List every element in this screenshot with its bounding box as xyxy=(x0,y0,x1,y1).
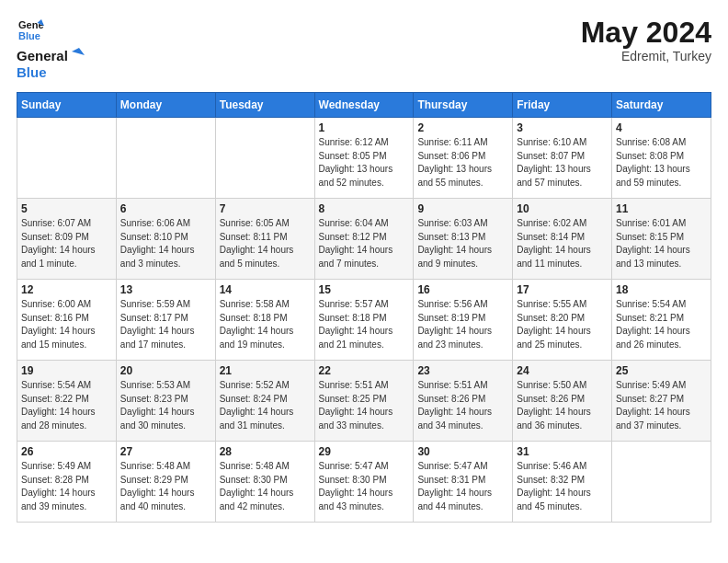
day-info: Sunrise: 5:50 AMSunset: 8:26 PMDaylight:… xyxy=(517,379,608,432)
day-number: 20 xyxy=(120,364,211,377)
day-info: Sunrise: 5:48 AMSunset: 8:30 PMDaylight:… xyxy=(220,460,311,513)
column-header-wednesday: Wednesday xyxy=(314,93,414,118)
day-cell: 11Sunrise: 6:01 AMSunset: 8:15 PMDayligh… xyxy=(612,199,711,280)
day-info: Sunrise: 6:05 AMSunset: 8:11 PMDaylight:… xyxy=(220,217,311,270)
day-cell: 23Sunrise: 5:51 AMSunset: 8:26 PMDayligh… xyxy=(414,361,513,442)
day-number: 25 xyxy=(616,364,707,377)
column-header-friday: Friday xyxy=(513,93,612,118)
day-number: 19 xyxy=(21,364,112,377)
day-info: Sunrise: 5:56 AMSunset: 8:19 PMDaylight:… xyxy=(417,298,508,351)
day-cell xyxy=(116,118,215,199)
logo-icon: General Blue xyxy=(18,17,44,42)
day-cell: 27Sunrise: 5:48 AMSunset: 8:29 PMDayligh… xyxy=(116,442,215,523)
day-number: 18 xyxy=(616,283,707,296)
day-number: 13 xyxy=(120,283,211,296)
day-info: Sunrise: 5:54 AMSunset: 8:21 PMDaylight:… xyxy=(616,298,707,351)
day-cell: 7Sunrise: 6:05 AMSunset: 8:11 PMDaylight… xyxy=(215,199,314,280)
day-info: Sunrise: 6:06 AMSunset: 8:10 PMDaylight:… xyxy=(120,217,211,270)
day-cell: 18Sunrise: 5:54 AMSunset: 8:21 PMDayligh… xyxy=(612,280,711,361)
day-number: 5 xyxy=(21,202,112,215)
day-info: Sunrise: 5:59 AMSunset: 8:17 PMDaylight:… xyxy=(120,298,211,351)
day-cell: 30Sunrise: 5:47 AMSunset: 8:31 PMDayligh… xyxy=(414,442,513,523)
day-cell: 1Sunrise: 6:12 AMSunset: 8:05 PMDaylight… xyxy=(314,118,414,199)
day-info: Sunrise: 5:52 AMSunset: 8:24 PMDaylight:… xyxy=(220,379,311,432)
day-info: Sunrise: 5:55 AMSunset: 8:20 PMDaylight:… xyxy=(517,298,608,351)
column-header-monday: Monday xyxy=(116,93,215,118)
day-info: Sunrise: 5:48 AMSunset: 8:29 PMDaylight:… xyxy=(120,460,211,513)
day-number: 30 xyxy=(417,445,508,458)
day-cell xyxy=(17,118,117,199)
day-number: 24 xyxy=(517,364,608,377)
day-number: 8 xyxy=(319,202,410,215)
day-cell: 2Sunrise: 6:11 AMSunset: 8:06 PMDaylight… xyxy=(414,118,513,199)
logo: General Blue General Blue xyxy=(17,17,90,83)
day-cell: 17Sunrise: 5:55 AMSunset: 8:20 PMDayligh… xyxy=(513,280,612,361)
day-info: Sunrise: 5:57 AMSunset: 8:18 PMDaylight:… xyxy=(319,298,410,351)
day-info: Sunrise: 5:49 AMSunset: 8:27 PMDaylight:… xyxy=(616,379,707,432)
day-number: 7 xyxy=(220,202,311,215)
day-cell: 31Sunrise: 5:46 AMSunset: 8:32 PMDayligh… xyxy=(513,442,612,523)
day-number: 26 xyxy=(21,445,112,458)
day-info: Sunrise: 6:10 AMSunset: 8:07 PMDaylight:… xyxy=(517,136,608,190)
svg-marker-4 xyxy=(72,48,85,55)
day-cell: 8Sunrise: 6:04 AMSunset: 8:12 PMDaylight… xyxy=(314,199,414,280)
day-info: Sunrise: 6:08 AMSunset: 8:08 PMDaylight:… xyxy=(616,136,707,190)
day-info: Sunrise: 5:51 AMSunset: 8:25 PMDaylight:… xyxy=(319,379,410,432)
week-row-4: 19Sunrise: 5:54 AMSunset: 8:22 PMDayligh… xyxy=(17,361,711,442)
week-row-2: 5Sunrise: 6:07 AMSunset: 8:09 PMDaylight… xyxy=(17,199,711,280)
day-cell xyxy=(215,118,314,199)
calendar-table: SundayMondayTuesdayWednesdayThursdayFrid… xyxy=(17,92,711,523)
day-cell: 26Sunrise: 5:49 AMSunset: 8:28 PMDayligh… xyxy=(17,442,117,523)
day-info: Sunrise: 5:54 AMSunset: 8:22 PMDaylight:… xyxy=(21,379,112,432)
day-info: Sunrise: 6:12 AMSunset: 8:05 PMDaylight:… xyxy=(319,136,410,190)
day-cell: 6Sunrise: 6:06 AMSunset: 8:10 PMDaylight… xyxy=(116,199,215,280)
day-cell: 22Sunrise: 5:51 AMSunset: 8:25 PMDayligh… xyxy=(314,361,414,442)
day-cell: 13Sunrise: 5:59 AMSunset: 8:17 PMDayligh… xyxy=(116,280,215,361)
day-info: Sunrise: 6:07 AMSunset: 8:09 PMDaylight:… xyxy=(21,217,112,270)
day-info: Sunrise: 6:11 AMSunset: 8:06 PMDaylight:… xyxy=(417,136,508,190)
day-number: 28 xyxy=(220,445,311,458)
column-header-sunday: Sunday xyxy=(17,93,117,118)
day-info: Sunrise: 5:51 AMSunset: 8:26 PMDaylight:… xyxy=(417,379,508,432)
day-cell: 12Sunrise: 6:00 AMSunset: 8:16 PMDayligh… xyxy=(17,280,117,361)
day-cell: 19Sunrise: 5:54 AMSunset: 8:22 PMDayligh… xyxy=(17,361,117,442)
day-info: Sunrise: 6:04 AMSunset: 8:12 PMDaylight:… xyxy=(319,217,410,270)
day-number: 21 xyxy=(220,364,311,377)
day-cell: 9Sunrise: 6:03 AMSunset: 8:13 PMDaylight… xyxy=(414,199,513,280)
day-cell xyxy=(612,442,711,523)
day-number: 15 xyxy=(319,283,410,296)
day-number: 2 xyxy=(417,121,508,134)
day-info: Sunrise: 5:47 AMSunset: 8:31 PMDaylight:… xyxy=(417,460,508,513)
location-subtitle: Edremit, Turkey xyxy=(581,49,711,63)
day-number: 10 xyxy=(517,202,608,215)
day-info: Sunrise: 6:01 AMSunset: 8:15 PMDaylight:… xyxy=(616,217,707,270)
week-row-5: 26Sunrise: 5:49 AMSunset: 8:28 PMDayligh… xyxy=(17,442,711,523)
day-cell: 20Sunrise: 5:53 AMSunset: 8:23 PMDayligh… xyxy=(116,361,215,442)
header: General Blue General Blue May 2024 Edrem… xyxy=(17,17,711,83)
week-row-1: 1Sunrise: 6:12 AMSunset: 8:05 PMDaylight… xyxy=(17,118,711,199)
day-info: Sunrise: 5:46 AMSunset: 8:32 PMDaylight:… xyxy=(517,460,608,513)
day-number: 22 xyxy=(319,364,410,377)
day-cell: 21Sunrise: 5:52 AMSunset: 8:24 PMDayligh… xyxy=(215,361,314,442)
header-row: SundayMondayTuesdayWednesdayThursdayFrid… xyxy=(17,93,711,118)
month-title: May 2024 xyxy=(581,17,711,49)
day-cell: 15Sunrise: 5:57 AMSunset: 8:18 PMDayligh… xyxy=(314,280,414,361)
svg-text:Blue: Blue xyxy=(18,30,40,41)
day-cell: 3Sunrise: 6:10 AMSunset: 8:07 PMDaylight… xyxy=(513,118,612,199)
day-number: 23 xyxy=(417,364,508,377)
day-cell: 25Sunrise: 5:49 AMSunset: 8:27 PMDayligh… xyxy=(612,361,711,442)
svg-text:General: General xyxy=(17,48,68,63)
day-number: 3 xyxy=(517,121,608,134)
page: General Blue General Blue May 2024 Edrem… xyxy=(0,0,728,563)
day-info: Sunrise: 5:49 AMSunset: 8:28 PMDaylight:… xyxy=(21,460,112,513)
column-header-thursday: Thursday xyxy=(414,93,513,118)
day-cell: 29Sunrise: 5:47 AMSunset: 8:30 PMDayligh… xyxy=(314,442,414,523)
day-cell: 4Sunrise: 6:08 AMSunset: 8:08 PMDaylight… xyxy=(612,118,711,199)
day-info: Sunrise: 6:03 AMSunset: 8:13 PMDaylight:… xyxy=(417,217,508,270)
day-number: 6 xyxy=(120,202,211,215)
day-info: Sunrise: 6:00 AMSunset: 8:16 PMDaylight:… xyxy=(21,298,112,351)
day-number: 12 xyxy=(21,283,112,296)
column-header-tuesday: Tuesday xyxy=(215,93,314,118)
day-cell: 16Sunrise: 5:56 AMSunset: 8:19 PMDayligh… xyxy=(414,280,513,361)
week-row-3: 12Sunrise: 6:00 AMSunset: 8:16 PMDayligh… xyxy=(17,280,711,361)
